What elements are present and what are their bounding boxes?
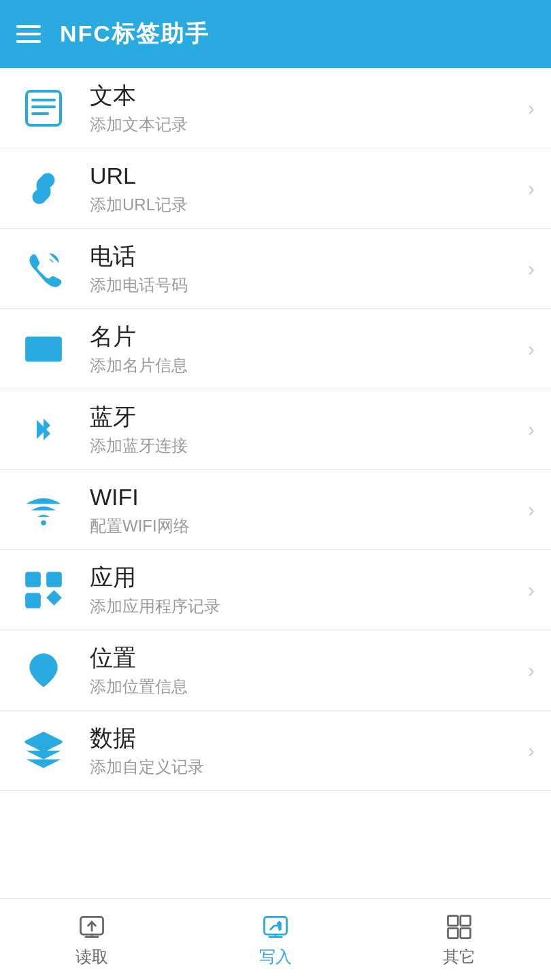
menu-text-app: 应用 添加应用程序记录 (90, 562, 521, 617)
menu-item-card[interactable]: 名片 添加名片信息 › (0, 309, 551, 389)
menu-subtitle: 添加自定义记录 (90, 756, 521, 778)
menu-text-data: 数据 添加自定义记录 (90, 723, 521, 777)
app-header: NFC标签助手 (0, 0, 551, 68)
menu-title: 数据 (90, 723, 521, 753)
phone-icon (16, 242, 71, 296)
menu-list: 文本 添加文本记录 › URL 添加URL记录 › 电话 (0, 68, 551, 898)
bluetooth-icon (16, 402, 71, 457)
svg-rect-26 (461, 928, 471, 938)
menu-item-app[interactable]: 应用 添加应用程序记录 › (0, 550, 551, 630)
svg-rect-11 (46, 572, 62, 587)
menu-subtitle: 添加位置信息 (90, 676, 521, 698)
menu-subtitle: 添加电话号码 (90, 274, 521, 296)
nav-item-read[interactable]: 读取 (0, 912, 184, 968)
chevron-right-icon: › (528, 338, 535, 361)
menu-text-bluetooth: 蓝牙 添加蓝牙连接 (90, 402, 521, 456)
menu-text-card: 名片 添加名片信息 (90, 321, 521, 376)
menu-text-phone: 电话 添加电话号码 (90, 241, 521, 295)
menu-item-phone[interactable]: 电话 添加电话号码 › (0, 229, 551, 309)
menu-title: 应用 (90, 562, 521, 592)
svg-rect-24 (461, 915, 471, 926)
nav-label-read: 读取 (76, 946, 108, 968)
card-icon (16, 322, 71, 376)
menu-item-bluetooth[interactable]: 蓝牙 添加蓝牙连接 › (0, 389, 551, 470)
menu-title: 名片 (90, 321, 521, 351)
chevron-right-icon: › (528, 257, 535, 280)
svg-rect-23 (448, 915, 458, 926)
menu-item-location[interactable]: 位置 添加位置信息 › (0, 630, 551, 710)
text-icon (16, 81, 71, 135)
svg-point-9 (41, 520, 46, 525)
nav-item-write[interactable]: 写入 (184, 912, 367, 968)
menu-text-wifi: WIFI 配置WIFI网络 (90, 482, 521, 536)
menu-subtitle: 添加名片信息 (90, 355, 521, 376)
chevron-right-icon: › (528, 177, 535, 200)
menu-subtitle: 添加URL记录 (90, 194, 521, 216)
chevron-right-icon: › (528, 659, 535, 682)
menu-button[interactable] (16, 19, 46, 49)
chevron-right-icon: › (528, 739, 535, 762)
svg-rect-12 (25, 593, 41, 608)
nav-item-other[interactable]: 其它 (367, 912, 551, 968)
chevron-right-icon: › (528, 578, 535, 602)
menu-item-text[interactable]: 文本 添加文本记录 › (0, 68, 551, 148)
svg-rect-10 (25, 572, 41, 587)
data-icon (16, 723, 71, 778)
wifi-icon (16, 483, 71, 537)
app-icon (16, 563, 71, 617)
menu-title: 电话 (90, 241, 521, 271)
menu-text-location: 位置 添加位置信息 (90, 642, 521, 697)
menu-text-text: 文本 添加文本记录 (90, 80, 521, 135)
menu-subtitle: 添加应用程序记录 (90, 595, 521, 617)
location-icon (16, 643, 71, 698)
svg-point-5 (31, 342, 42, 353)
menu-title: 文本 (90, 80, 521, 110)
chevron-right-icon: › (528, 97, 535, 120)
bottom-nav: 读取 写入 其它 (0, 898, 551, 980)
menu-title: 蓝牙 (90, 402, 521, 431)
menu-subtitle: 配置WIFI网络 (90, 515, 521, 537)
chevron-right-icon: › (528, 418, 535, 441)
url-icon (16, 161, 71, 216)
menu-title: 位置 (90, 642, 521, 672)
menu-title: URL (90, 161, 521, 191)
svg-marker-15 (26, 733, 61, 751)
chevron-right-icon: › (528, 498, 535, 521)
menu-item-url[interactable]: URL 添加URL记录 › (0, 148, 551, 229)
menu-title: WIFI (90, 482, 521, 512)
menu-item-wifi[interactable]: WIFI 配置WIFI网络 › (0, 470, 551, 550)
menu-item-data[interactable]: 数据 添加自定义记录 › (0, 710, 551, 791)
svg-marker-13 (46, 590, 62, 606)
svg-point-14 (38, 662, 50, 673)
nav-label-other: 其它 (443, 946, 475, 968)
nav-label-write: 写入 (259, 946, 292, 968)
svg-rect-25 (448, 928, 458, 938)
menu-subtitle: 添加蓝牙连接 (90, 435, 521, 457)
menu-text-url: URL 添加URL记录 (90, 161, 521, 215)
app-title: NFC标签助手 (60, 18, 210, 50)
menu-subtitle: 添加文本记录 (90, 114, 521, 135)
